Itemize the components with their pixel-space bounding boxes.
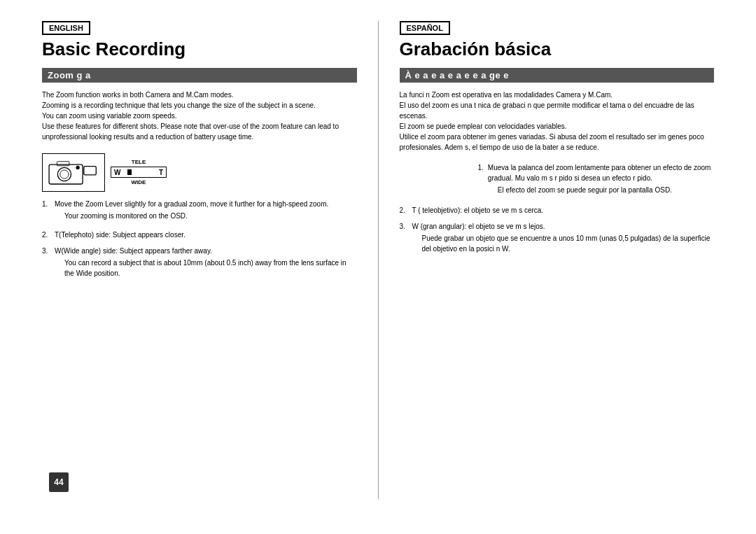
- right-body-text: La funci n Zoom est operativa en las mod…: [400, 90, 715, 153]
- right-step1-inner: 1. Mueva la palanca del zoom lentamente …: [478, 162, 715, 198]
- svg-point-2: [60, 170, 69, 178]
- svg-rect-4: [57, 162, 69, 166]
- right-step3-num: 3.: [400, 221, 408, 232]
- wide-label: WIDE: [132, 179, 146, 185]
- left-body-text: The Zoom function works in both Camera a…: [42, 90, 357, 142]
- step2-num: 2.: [42, 230, 50, 240]
- camera-diagram-box: [42, 153, 105, 192]
- step3-num: 3.: [42, 246, 50, 256]
- left-title: Basic Recording: [42, 39, 357, 59]
- zoom-t-label: T: [159, 169, 163, 176]
- left-step-1: 1. Move the Zoom Lever slightly for a gr…: [42, 199, 357, 224]
- svg-point-5: [76, 166, 79, 169]
- step2-main: T(Telephoto) side: Subject appears close…: [55, 231, 186, 239]
- right-step3-main: W (gran angular): el objeto se ve m s le…: [412, 223, 545, 230]
- right-subtitle: À e a e a e a e e a ge e: [400, 68, 715, 83]
- right-step2-content: T ( teleobjetivo): el objeto se ve m s c…: [412, 205, 715, 216]
- page-number: 44: [49, 472, 69, 492]
- right-diagram-placeholder: [400, 162, 470, 198]
- right-step3-sub: Puede grabar un objeto que se encuentre …: [412, 233, 715, 254]
- camera-svg: [46, 155, 102, 189]
- step1-main: Move the Zoom Lever slightly for a gradu…: [55, 200, 328, 208]
- left-subtitle: Zoom g a: [42, 68, 357, 83]
- left-step-3: 3. W(Wide angle) side: Subject appears f…: [42, 246, 357, 281]
- step1-num: 1.: [42, 199, 50, 209]
- right-column: ESPAÑOL Grabación básica À e a e a e a e…: [379, 21, 729, 499]
- svg-point-1: [57, 168, 71, 181]
- right-steps-list: 2. T ( teleobjetivo): el objeto se ve m …: [400, 205, 715, 257]
- zoom-bar-container: TELE W T WIDE: [111, 159, 167, 185]
- step2-content: T(Telephoto) side: Subject appears close…: [55, 230, 357, 240]
- zoom-bar: W T: [111, 167, 167, 178]
- right-step1-sub: El efecto del zoom se puede seguir por l…: [488, 185, 714, 195]
- page: ENGLISH Basic Recording Zoom g a The Zoo…: [0, 0, 756, 534]
- left-body-line-1: The Zoom function works in both Camera a…: [42, 91, 339, 141]
- right-step-2: 2. T ( teleobjetivo): el objeto se ve m …: [400, 205, 715, 216]
- right-body-line-1: La funci n Zoom est operativa en las mod…: [400, 91, 704, 151]
- zoom-diagram-row: TELE W T WIDE: [42, 153, 357, 192]
- right-title: Grabación básica: [400, 39, 715, 59]
- right-step1-num: 1.: [478, 162, 484, 198]
- right-step2-num: 2.: [400, 205, 408, 216]
- zoom-w-label: W: [114, 169, 120, 176]
- left-step-2: 2. T(Telephoto) side: Subject appears cl…: [42, 230, 357, 240]
- step1-sub: Your zooming is monitored on the OSD.: [55, 211, 357, 221]
- espanol-badge: ESPAÑOL: [400, 21, 450, 35]
- right-step-3: 3. W (gran angular): el objeto se ve m s…: [400, 221, 715, 257]
- left-header: ENGLISH: [42, 21, 357, 38]
- right-step1-text: Mueva la palanca del zoom lentamente par…: [488, 162, 714, 198]
- tele-label: TELE: [132, 159, 146, 165]
- right-header: ESPAÑOL: [400, 21, 715, 38]
- svg-rect-3: [84, 167, 96, 175]
- right-step3-content: W (gran angular): el objeto se ve m s le…: [412, 221, 715, 257]
- step1-content: Move the Zoom Lever slightly for a gradu…: [55, 199, 357, 224]
- right-step2-main: T ( teleobjetivo): el objeto se ve m s c…: [412, 206, 544, 214]
- step3-sub: You can record a subject that is about 1…: [55, 258, 357, 279]
- left-steps-list: 1. Move the Zoom Lever slightly for a gr…: [42, 199, 357, 281]
- left-column: ENGLISH Basic Recording Zoom g a The Zoo…: [28, 21, 379, 499]
- english-badge: ENGLISH: [42, 21, 90, 35]
- step3-content: W(Wide angle) side: Subject appears fart…: [55, 246, 357, 281]
- right-step1-content: 1. Mueva la palanca del zoom lentamente …: [478, 162, 715, 198]
- right-step1-with-diagram: 1. Mueva la palanca del zoom lentamente …: [400, 162, 715, 198]
- step3-main: W(Wide angle) side: Subject appears fart…: [55, 247, 212, 255]
- two-column-layout: ENGLISH Basic Recording Zoom g a The Zoo…: [28, 21, 728, 499]
